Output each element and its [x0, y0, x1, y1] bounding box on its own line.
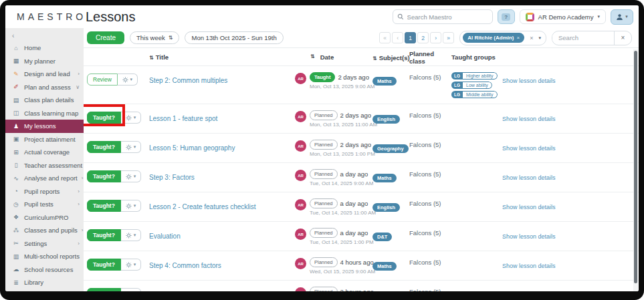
curriculum-icon: ❖ [12, 214, 20, 220]
table-header-row: ⇅Title ⇅Date ⇅Subject(s) Planned class T… [84, 48, 639, 66]
relative-date: 2 hours ago [340, 288, 374, 291]
sidebar-item-settings[interactable]: ✂Settings› [5, 237, 84, 251]
table-search[interactable]: × [552, 31, 632, 45]
period-select[interactable]: This week⇅ [130, 31, 179, 44]
sidebar-item-design-and-lead[interactable]: ✎Design and lead› [5, 67, 84, 81]
subject-badge: Maths [372, 77, 397, 86]
sidebar-item-teacher-assessment[interactable]: ▯Teacher assessment [5, 159, 84, 172]
gear-dropdown-button[interactable]: ▾ [121, 112, 141, 124]
sidebar-collapse-button[interactable]: ‹ [5, 31, 84, 41]
sidebar-item-actual-coverage[interactable]: ⊞Actual coverage [5, 146, 84, 159]
person-icon: ♟ [12, 123, 20, 130]
help-button[interactable]: ? [498, 9, 515, 24]
global-search[interactable] [393, 9, 493, 24]
lesson-title-link[interactable]: Evaluation [149, 233, 181, 240]
gear-dropdown-button[interactable]: ▾ [118, 73, 138, 86]
taught-status-button[interactable]: Taught? [87, 170, 121, 182]
show-lesson-details-link[interactable]: Show lesson details [502, 204, 556, 210]
sidebar-item-library[interactable]: ≣Library [5, 276, 84, 289]
clear-filter-icon[interactable]: × [530, 35, 533, 41]
sidebar: ‹ ⌂Home ▦My planner ✎Design and lead› ✐P… [5, 28, 84, 291]
sidebar-item-project-attainment[interactable]: ▣Project attainment [5, 133, 84, 146]
relative-date: a day ago [340, 200, 368, 207]
sidebar-item-label: Class learning map [24, 110, 78, 117]
gear-dropdown-button[interactable]: ▾ [121, 170, 141, 182]
lesson-title-link[interactable]: Step 4: Common factors [149, 262, 221, 269]
sidebar-item-home[interactable]: ⌂Home [5, 41, 84, 55]
table-search-input[interactable] [552, 34, 614, 41]
status-badge: Planned [310, 198, 338, 208]
subject-badge: English [372, 203, 400, 212]
global-search-input[interactable] [407, 13, 481, 21]
pagination-page-2[interactable]: 2 [417, 32, 429, 43]
vertical-scrollbar[interactable] [633, 49, 638, 291]
date-range-button[interactable]: Mon 13th Oct 2025 - Sun 19th [185, 31, 283, 44]
sidebar-item-curriculumpro[interactable]: ❖CurriculumPRO [5, 211, 84, 224]
sidebar-item-school-resources[interactable]: ☁School resources [5, 263, 84, 277]
sidebar-item-class-learning-map[interactable]: ◫Class learning map [5, 107, 84, 120]
taught-status-button[interactable]: Taught? [87, 200, 121, 212]
column-header-subjects[interactable]: ⇅Subject(s) [372, 53, 409, 61]
pagination-first-button[interactable]: « [379, 32, 391, 43]
create-button[interactable]: Create [87, 31, 124, 44]
lesson-title-link[interactable]: Lesson 1 - feature spot [149, 115, 217, 122]
column-header-date[interactable]: ⇅Date [295, 53, 372, 61]
sidebar-item-memorable-experiences[interactable]: ▭Memorable experiences [5, 289, 84, 292]
full-date: Wed, Oct 15, 2025 9:00 AM [310, 269, 375, 275]
gear-dropdown-button[interactable]: ▾ [121, 200, 141, 212]
user-menu-button[interactable]: ▾ [611, 9, 633, 25]
lesson-title-link[interactable]: Lesson 5: Human geography [149, 144, 235, 152]
teacher-filter-select[interactable]: Al Ritchie (Admin)× × ▾ [459, 31, 546, 45]
map-icon: ◫ [12, 110, 20, 116]
sidebar-item-analyse-and-report[interactable]: ∿Analyse and report› [5, 172, 84, 185]
academy-selector[interactable]: AR Demo Academy ▾ [520, 9, 606, 24]
up-down-arrows-icon: ⇅ [169, 35, 173, 41]
sidebar-item-pupil-reports[interactable]: ◔Pupil reports› [5, 185, 84, 198]
taught-status-button[interactable]: Taught? [87, 229, 121, 241]
show-lesson-details-link[interactable]: Show lesson details [502, 174, 556, 181]
planned-class: Falcons (5) [409, 287, 451, 291]
show-lesson-details-link[interactable]: Show lesson details [502, 116, 556, 122]
remove-tag-icon[interactable]: × [517, 35, 520, 41]
sidebar-item-label: Classes and pupils [24, 227, 78, 234]
column-header-title[interactable]: ⇅Title [149, 53, 295, 61]
lesson-title-link[interactable]: Step 2: Common multiples [149, 77, 227, 84]
sidebar-item-class-plan-details[interactable]: ▤Class plan details [5, 94, 84, 107]
clear-search-button[interactable]: × [614, 31, 631, 45]
full-date: Mon, Oct 13, 2025 11:00 AM [310, 122, 377, 128]
pencil-icon: ✐ [12, 84, 20, 90]
avatar: AR [295, 111, 306, 122]
gear-dropdown-button[interactable]: ▾ [121, 288, 141, 291]
pagination-last-button[interactable]: » [443, 32, 454, 43]
show-lesson-details-link[interactable]: Show lesson details [502, 263, 556, 269]
learning-group-icon: LG [451, 91, 463, 98]
period-select-value: This week [136, 34, 165, 41]
column-header-label: Subject(s) [379, 54, 410, 61]
show-lesson-details-link[interactable]: Show lesson details [502, 233, 556, 240]
taught-status-button[interactable]: Taught? [87, 288, 121, 291]
sidebar-item-multi-school-reports[interactable]: ▥Multi-school reports› [5, 250, 84, 263]
review-status-button[interactable]: Review [87, 73, 118, 86]
taught-status-button[interactable]: Taught? [87, 259, 121, 271]
scrollbar-thumb[interactable] [634, 51, 637, 283]
pagination-next-button[interactable]: › [430, 32, 441, 43]
show-lesson-details-link[interactable]: Show lesson details [502, 145, 556, 152]
lesson-title-link[interactable]: Step 3: Factors [149, 174, 195, 181]
lesson-title-link[interactable]: Lesson 2 - Create features checklist [149, 203, 256, 210]
pagination-page-1[interactable]: 1 [405, 32, 416, 43]
taught-status-button[interactable]: Taught? [87, 112, 121, 124]
filter-tag-al-ritchie[interactable]: Al Ritchie (Admin)× [463, 33, 524, 43]
pagination-prev-button[interactable]: ‹ [392, 32, 403, 43]
gear-dropdown-button[interactable]: ▾ [121, 141, 141, 153]
sidebar-item-my-planner[interactable]: ▦My planner [5, 55, 84, 68]
gear-dropdown-button[interactable]: ▾ [121, 229, 141, 241]
chevron-right-icon: › [78, 188, 80, 194]
sidebar-item-classes-and-pupils[interactable]: ⁂Classes and pupils› [5, 224, 84, 237]
sidebar-item-my-lessons[interactable]: ♟My lessons [5, 120, 84, 133]
calendar-icon: ▦ [12, 57, 20, 64]
sidebar-item-pupil-tests[interactable]: ◷Pupil tests› [5, 198, 84, 211]
sidebar-item-plan-and-assess[interactable]: ✐Plan and assess∨ [5, 81, 84, 94]
show-lesson-details-link[interactable]: Show lesson details [502, 78, 556, 84]
taught-status-button[interactable]: Taught? [87, 141, 121, 153]
gear-dropdown-button[interactable]: ▾ [121, 259, 141, 271]
